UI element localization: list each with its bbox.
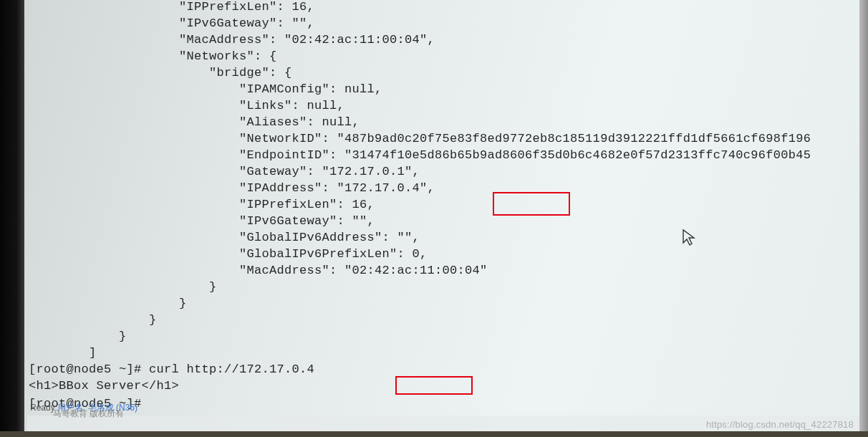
monitor-bezel-bottom: [0, 431, 868, 437]
status-ready: Ready: [30, 403, 55, 413]
status-copyright: 马哥教育 版权所有: [53, 408, 124, 418]
source-watermark: https://blog.csdn.net/qq_42227818: [706, 416, 854, 433]
terminal-output: "IPPrefixLen": 16, "IPv6Gateway": "", "M…: [29, 0, 868, 412]
shell-command[interactable]: curl http://172.17.0.4: [149, 362, 314, 376]
shell-prompt: [root@node5 ~]#: [29, 362, 149, 376]
monitor-bezel-right: [859, 0, 868, 437]
monitor-bezel-left: [0, 0, 24, 437]
annotation-box: [493, 192, 570, 216]
annotation-box: [395, 376, 473, 395]
shell-output: <h1>BBox Server</h1>: [29, 379, 179, 393]
mouse-pointer-icon: [682, 229, 696, 247]
